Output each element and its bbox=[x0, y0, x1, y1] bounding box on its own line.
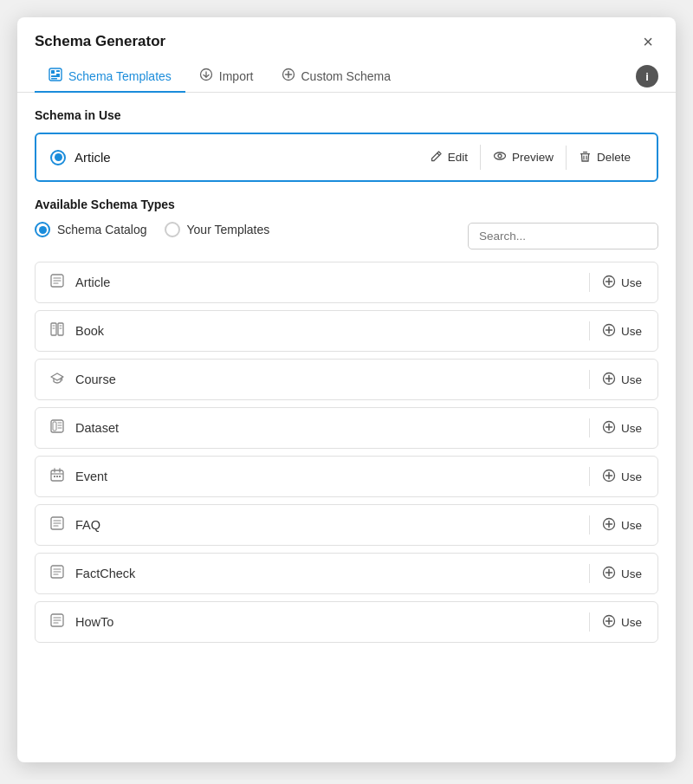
schema-item-name: Dataset bbox=[75, 421, 119, 435]
modal-title: Schema Generator bbox=[35, 33, 165, 50]
schema-item-name: FAQ bbox=[75, 518, 100, 532]
delete-button[interactable]: Delete bbox=[566, 146, 643, 170]
schema-item-name: FactCheck bbox=[75, 567, 135, 580]
edit-label: Edit bbox=[448, 151, 468, 164]
use-button[interactable]: Use bbox=[599, 323, 645, 340]
divider bbox=[589, 321, 590, 340]
divider bbox=[589, 467, 590, 486]
tab-schema-templates[interactable]: Schema Templates bbox=[35, 61, 185, 93]
list-item: Course Use bbox=[35, 359, 658, 400]
article-icon bbox=[48, 273, 67, 292]
schema-item-right: Use bbox=[589, 515, 645, 535]
divider bbox=[589, 564, 590, 583]
svg-rect-26 bbox=[58, 323, 63, 335]
list-item: FAQ Use bbox=[35, 504, 658, 546]
svg-rect-1 bbox=[51, 70, 55, 74]
schema-item-name: Book bbox=[75, 324, 104, 338]
svg-line-11 bbox=[437, 152, 439, 155]
schema-item-left: Article bbox=[48, 273, 110, 292]
schema-in-use-section: Schema in Use Article Edit bbox=[17, 93, 676, 182]
use-icon bbox=[602, 566, 616, 582]
schema-templates-icon bbox=[49, 68, 62, 84]
use-label: Use bbox=[621, 616, 642, 629]
use-button[interactable]: Use bbox=[599, 275, 645, 291]
use-icon bbox=[602, 323, 616, 340]
schema-list: Article Use bbox=[17, 262, 676, 660]
use-button[interactable]: Use bbox=[599, 566, 645, 582]
schema-item-right: Use bbox=[589, 612, 645, 632]
use-label: Use bbox=[621, 325, 642, 338]
schema-item-right: Use bbox=[589, 321, 645, 340]
list-item: HowTo Use bbox=[35, 601, 658, 643]
schema-item-name: Article bbox=[75, 275, 110, 289]
dataset-icon bbox=[48, 418, 67, 437]
tab-import[interactable]: Import bbox=[185, 61, 268, 93]
edit-icon bbox=[430, 150, 443, 165]
use-label: Use bbox=[621, 373, 642, 386]
factcheck-icon bbox=[48, 564, 67, 583]
use-icon bbox=[602, 372, 616, 388]
tab-custom-schema[interactable]: Custom Schema bbox=[268, 61, 405, 93]
schema-item-left: HowTo bbox=[48, 612, 113, 632]
radio-schema-catalog[interactable]: Schema Catalog bbox=[35, 222, 147, 237]
close-button[interactable]: × bbox=[638, 31, 658, 52]
search-input[interactable] bbox=[468, 223, 658, 249]
radio-your-templates[interactable]: Your Templates bbox=[165, 222, 270, 237]
use-label: Use bbox=[621, 567, 642, 580]
preview-button[interactable]: Preview bbox=[480, 145, 566, 170]
schema-in-use-name: Article bbox=[74, 150, 111, 165]
use-label: Use bbox=[621, 470, 642, 483]
svg-rect-2 bbox=[56, 70, 60, 72]
divider bbox=[589, 418, 590, 437]
svg-rect-4 bbox=[51, 75, 60, 77]
edit-button[interactable]: Edit bbox=[418, 146, 480, 170]
use-icon bbox=[602, 420, 616, 437]
schema-item-right: Use bbox=[589, 370, 645, 389]
course-icon bbox=[48, 370, 67, 389]
delete-icon bbox=[579, 150, 592, 165]
schema-item-name: Course bbox=[75, 373, 116, 386]
svg-point-13 bbox=[498, 154, 502, 158]
preview-label: Preview bbox=[512, 151, 554, 164]
svg-rect-52 bbox=[59, 476, 61, 477]
schema-item-left: Dataset bbox=[48, 418, 119, 437]
use-label: Use bbox=[621, 276, 642, 289]
use-button[interactable]: Use bbox=[599, 372, 645, 388]
schema-name-row: Article bbox=[50, 150, 111, 165]
svg-rect-15 bbox=[583, 152, 587, 152]
schema-item-left: Event bbox=[48, 467, 107, 486]
schema-item-right: Use bbox=[589, 273, 645, 292]
use-label: Use bbox=[621, 519, 642, 532]
modal-header: Schema Generator × bbox=[17, 17, 676, 52]
list-item: Article Use bbox=[35, 262, 658, 303]
divider bbox=[589, 515, 590, 535]
schema-in-use-card: Article Edit bbox=[35, 133, 658, 182]
list-item: Book Use bbox=[35, 310, 658, 352]
schema-generator-modal: Schema Generator × Schema Templates bbox=[17, 17, 676, 762]
tab-import-label: Import bbox=[219, 69, 254, 83]
tab-custom-schema-label: Custom Schema bbox=[301, 69, 391, 83]
list-item: Event Use bbox=[35, 456, 658, 497]
tabs-bar: Schema Templates Import Custom Schema bbox=[17, 52, 676, 93]
use-button[interactable]: Use bbox=[599, 420, 645, 437]
schema-item-right: Use bbox=[589, 418, 645, 437]
schema-item-left: FAQ bbox=[48, 515, 100, 535]
filter-row: Schema Catalog Your Templates bbox=[35, 222, 658, 249]
import-icon bbox=[199, 68, 213, 84]
book-icon bbox=[48, 321, 67, 340]
use-button[interactable]: Use bbox=[599, 614, 645, 631]
divider bbox=[589, 612, 590, 632]
schema-item-left: FactCheck bbox=[48, 564, 135, 583]
use-icon bbox=[602, 517, 616, 534]
event-icon bbox=[48, 467, 67, 486]
available-schema-title: Available Schema Types bbox=[35, 198, 658, 211]
action-buttons: Edit Preview bbox=[418, 145, 643, 170]
info-button[interactable]: i bbox=[636, 65, 658, 87]
svg-point-12 bbox=[494, 152, 505, 159]
divider bbox=[589, 273, 590, 292]
radio-your-templates-label: Your Templates bbox=[187, 223, 270, 236]
use-button[interactable]: Use bbox=[599, 469, 645, 485]
use-button[interactable]: Use bbox=[599, 517, 645, 534]
schema-item-left: Book bbox=[48, 321, 104, 340]
schema-item-left: Course bbox=[48, 370, 116, 389]
